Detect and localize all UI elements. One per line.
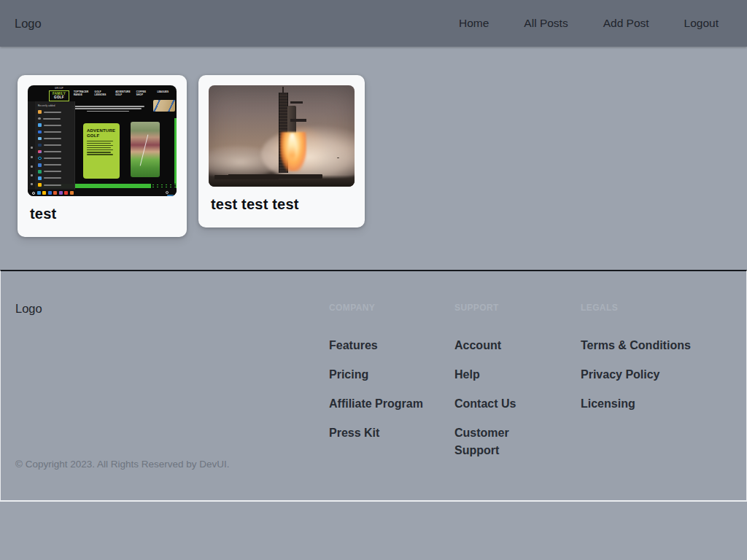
taskbar-clock [166, 191, 174, 196]
navbar: Logo Home All Posts Add Post Logout [0, 0, 747, 47]
footer-link-pricing[interactable]: Pricing [329, 366, 368, 384]
copyright-text: © Copyright 2023. All Rights Reserved by… [15, 459, 329, 471]
golf-intro-text-lines [71, 106, 144, 113]
footer-brand-block: Logo © Copyright 2023. All Rights Reserv… [15, 302, 329, 471]
footer: Logo © Copyright 2023. All Rights Reserv… [0, 270, 747, 502]
golf-header-photo [153, 100, 175, 112]
post-title: test test test [211, 196, 352, 213]
tower-arm-upper [290, 101, 303, 104]
engine-flame [280, 132, 306, 171]
nav-link-logout[interactable]: Logout [684, 17, 719, 30]
post-thumbnail-golf-website: GROUP FAMILY GOLF TOPTRACER RANGE GOLF L… [28, 85, 177, 196]
footer-link-affiliate-program[interactable]: Affiliate Program [329, 395, 423, 413]
windows-taskbar [28, 190, 177, 196]
footer-column-company: COMPANY Features Pricing Affiliate Progr… [329, 303, 454, 471]
footer-link-licensing[interactable]: Licensing [581, 395, 635, 413]
start-menu-app-list [38, 109, 61, 188]
footer-heading-company: COMPANY [329, 303, 454, 313]
golf-site-logo: GROUP FAMILY GOLF [49, 87, 69, 101]
footer-heading-support: SUPPORT [454, 303, 581, 313]
windows-start-menu: Recently added [28, 101, 75, 190]
golfer-photo [131, 122, 160, 177]
golf-site-nav: TOPTRACER RANGE GOLF LESSONS ADVENTURE G… [74, 91, 174, 97]
post-card-test-test-test[interactable]: test test test [198, 75, 365, 228]
post-card-test[interactable]: GROUP FAMILY GOLF TOPTRACER RANGE GOLF L… [18, 75, 187, 237]
post-title: test [30, 206, 174, 222]
nav-link-home[interactable]: Home [459, 17, 489, 30]
golf-green-strip-dots [151, 184, 176, 188]
footer-link-account[interactable]: Account [454, 337, 501, 354]
footer-link-columns: COMPANY Features Pricing Affiliate Progr… [329, 302, 732, 471]
footer-column-support: SUPPORT Account Help Contact Us Customer… [454, 303, 581, 471]
tower-arm-lower [290, 119, 306, 122]
nav-link-add-post[interactable]: Add Post [603, 17, 649, 30]
golf-green-edge [174, 118, 177, 184]
footer-link-terms-conditions[interactable]: Terms & Conditions [581, 337, 691, 354]
footer-link-privacy-policy[interactable]: Privacy Policy [581, 366, 660, 384]
footer-heading-legals: LEGALS [581, 303, 732, 313]
post-thumbnail-rocket-launch [209, 85, 355, 187]
nav-link-all-posts[interactable]: All Posts [524, 17, 568, 30]
posts-grid: GROUP FAMILY GOLF TOPTRACER RANGE GOLF L… [0, 47, 747, 270]
footer-logo[interactable]: Logo [15, 302, 329, 316]
footer-column-legals: LEGALS Terms & Conditions Privacy Policy… [581, 303, 732, 471]
navbar-logo[interactable]: Logo [15, 17, 42, 31]
footer-link-help[interactable]: Help [454, 366, 480, 384]
footer-link-press-kit[interactable]: Press Kit [329, 424, 379, 442]
golf-adventure-panel: ADVENTURE GOLF [83, 123, 120, 179]
footer-link-contact-us[interactable]: Contact Us [454, 395, 516, 413]
ground-structures [214, 175, 279, 179]
footer-link-customer-support[interactable]: Customer Support [454, 424, 533, 459]
navbar-menu: Home All Posts Add Post Logout [459, 17, 719, 30]
footer-link-features[interactable]: Features [329, 337, 378, 354]
